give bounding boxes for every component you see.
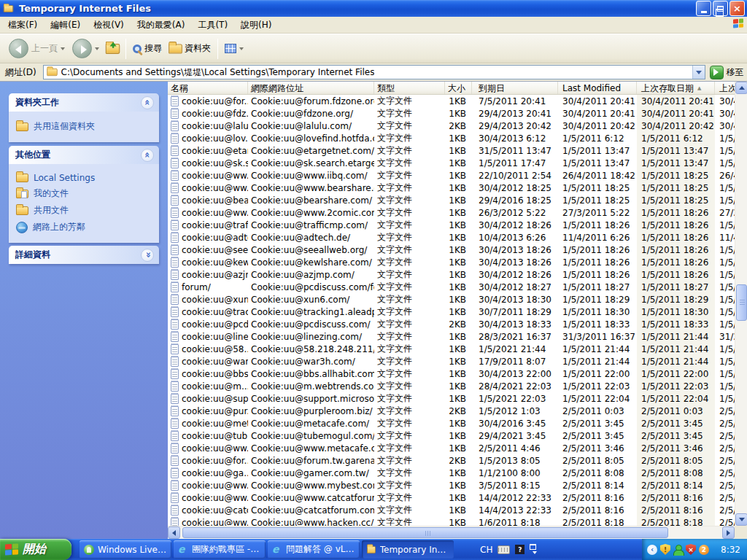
column-header-size[interactable]: 大小 [445, 82, 472, 94]
antivirus-alert-icon[interactable]: × [686, 544, 696, 555]
table-row[interactable]: cookie:uu@bea...Cookie:uu@bearshare.com/… [168, 194, 735, 206]
language-indicator[interactable]: CH [480, 545, 492, 555]
language-bar-options-icon[interactable] [533, 551, 537, 556]
forward-dropdown-icon[interactable] [95, 47, 99, 52]
menu-item-6[interactable]: 說明(H) [234, 17, 278, 34]
place-link[interactable]: 共用文件 [16, 202, 153, 219]
place-link[interactable]: 網路上的芳鄰 [16, 219, 153, 236]
column-header-modified[interactable]: Last Modified [558, 82, 637, 94]
language-bar-restore-icon[interactable] [530, 544, 536, 550]
views-dropdown-icon[interactable] [239, 47, 244, 52]
collapse-chevron-icon[interactable]: ‹ [647, 545, 657, 555]
scroll-left-button[interactable] [168, 526, 180, 539]
column-header-url[interactable]: 網際網路位址 [248, 82, 374, 94]
table-row[interactable]: cookie:uu@laluluCookie:uu@lalulu.com/文字文… [168, 120, 735, 132]
column-header-expires[interactable]: 到期日 [472, 82, 558, 94]
table-row[interactable]: cookie:uu@tub...Cookie:uu@tubemogul.com/… [168, 429, 735, 442]
folders-button[interactable]: 資料夾 [166, 36, 214, 61]
minimize-button[interactable] [696, 1, 711, 16]
menu-item-1[interactable]: 檔案(F) [1, 17, 44, 34]
table-row[interactable]: cookie:uu@ww...Cookie:uu@www.bearshare.c… [168, 182, 735, 194]
horizontal-scroll-thumb[interactable] [182, 527, 668, 538]
table-row[interactable]: cookie:uu@for...Cookie:uu@forum.tw.garen… [168, 454, 735, 467]
messenger-user-icon[interactable] [673, 545, 683, 555]
table-row[interactable]: cookie:uu@war...Cookie:uu@war3h.com/文字文件… [168, 355, 735, 368]
taskbar-task-3[interactable]: e問題解答 @ vLa... [268, 540, 360, 559]
task-link[interactable]: 共用這個資料夾 [16, 118, 153, 135]
other-places-header[interactable]: 其他位置 « [9, 146, 159, 164]
table-row[interactable]: cookie:uu@ga...Cookie:uu@gamer.com.tw/文字… [168, 467, 735, 479]
table-row[interactable]: cookie:uu@pcd...Cookie:uu@pcdiscuss.com/… [168, 318, 735, 330]
table-row[interactable]: cookie:uu@seea...Cookie:uu@seeallweb.org… [168, 244, 735, 256]
table-row[interactable]: cookie:uu@fdz...Cookie:uu@fdzone.org/文字文… [168, 107, 735, 120]
views-button[interactable] [221, 36, 247, 61]
table-row[interactable]: cookie:uu@bbs....Cookie:uu@bbs.allhabit.… [168, 368, 735, 380]
table-row[interactable]: cookie:uu@lov...Cookie:uu@lovefind.hotfd… [168, 132, 735, 144]
column-header-checked[interactable]: 上次 [715, 82, 735, 94]
column-header-name[interactable]: 名稱 [168, 82, 248, 94]
menu-item-2[interactable]: 編輯(E) [44, 17, 87, 34]
column-header-type[interactable]: 類型 [374, 82, 445, 94]
table-row[interactable]: cookie:uu@sk.s...Cookie:uu@sk.search.eta… [168, 157, 735, 169]
table-row[interactable]: cookie:uu@line...Cookie:uu@linezing.com/… [168, 330, 735, 343]
table-row[interactable]: forum/Cookie:uu@pcdiscuss.com/forum/文字文件… [168, 281, 735, 293]
cell-url: Cookie:uu@adtech.de/ [248, 231, 374, 244]
details-header[interactable]: 詳細資料 « [9, 246, 159, 264]
address-input[interactable]: C:\Documents and Settings\堤堤\Local Setti… [43, 65, 705, 79]
collapse-button[interactable]: « [141, 149, 154, 162]
back-dropdown-icon[interactable] [61, 47, 65, 52]
table-row[interactable]: cookie:uu@traf...Cookie:uu@trafficmp.com… [168, 219, 735, 231]
menu-item-4[interactable]: 我的最愛(A) [131, 17, 192, 34]
forward-button[interactable] [69, 36, 103, 61]
place-link[interactable]: 我的文件 [16, 185, 153, 202]
table-row[interactable]: cookie:uu@adte...Cookie:uu@adtech.de/文字文… [168, 231, 735, 244]
search-button[interactable]: 搜尋 [129, 36, 166, 61]
table-row[interactable]: cookie:uu@azjmpCookie:uu@azjmp.com/文字文件1… [168, 268, 735, 281]
table-row[interactable]: cookie:uu@ww...Cookie:uu@www.iibq.com/文字… [168, 169, 735, 182]
task-link-label: 共用這個資料夾 [34, 120, 95, 133]
ime-help-icon[interactable]: ? [515, 545, 525, 554]
table-row[interactable]: cookie:uu@sup...Cookie:uu@support.micros… [168, 392, 735, 405]
menu-item-3[interactable]: 檢視(V) [87, 17, 131, 34]
table-row[interactable]: cookie:uu@m....Cookie:uu@m.webtrends.com… [168, 380, 735, 392]
taskbar-task-1[interactable]: Windows Live Me... [80, 540, 171, 559]
collapse-button[interactable]: « [141, 96, 154, 109]
column-header-accessed[interactable]: 上次存取日期▲ [637, 82, 715, 94]
security-shield-icon[interactable]: ! [660, 544, 670, 555]
table-row[interactable]: cookie:uu@pur...Cookie:uu@purpleroom.biz… [168, 405, 735, 417]
download-manager-icon[interactable]: 2 [699, 545, 709, 555]
close-button[interactable]: × [729, 1, 745, 16]
go-button[interactable]: 移至 [710, 66, 744, 79]
place-link[interactable]: Local Settings [16, 171, 153, 185]
table-row[interactable]: cookie:uu@catc...Cookie:uu@catcatforum.c… [168, 504, 735, 516]
up-button[interactable] [103, 36, 123, 61]
back-button[interactable]: 上一頁 [5, 36, 69, 61]
table-row[interactable]: cookie:uu@ww...Cookie:uu@www.metacafe.co… [168, 442, 735, 454]
table-row[interactable]: cookie:uu@for...Cookie:uu@forum.fdzone.o… [168, 95, 735, 107]
keyboard-icon[interactable] [498, 545, 510, 554]
table-row[interactable]: cookie:uu@trac...Cookie:uu@tracking1.ale… [168, 306, 735, 318]
expand-button[interactable]: « [141, 249, 154, 262]
menu-item-5[interactable]: 工具(T) [191, 17, 234, 34]
table-row[interactable]: cookie:uu@xun6Cookie:uu@xun6.com/文字文件1KB… [168, 293, 735, 306]
scroll-down-button[interactable] [735, 513, 747, 526]
vertical-scroll-thumb[interactable] [736, 284, 747, 321]
taskbar-task-4[interactable]: Temporary Interne... [362, 540, 454, 559]
start-button[interactable]: 開始 [0, 539, 71, 560]
table-row[interactable]: cookie:uu@ww...Cookie:uu@www.hacken.cc/文… [168, 516, 735, 526]
table-row[interactable]: cookie:uu@met...Cookie:uu@metacafe.com/文… [168, 417, 735, 429]
table-row[interactable]: cookie:uu@ww...Cookie:uu@www.2comic.com/… [168, 206, 735, 219]
table-row[interactable]: cookie:uu@ww...Cookie:uu@www.catcatforum… [168, 491, 735, 504]
table-row[interactable]: cookie:uu@etar...Cookie:uu@etargetnet.co… [168, 144, 735, 157]
table-row[interactable]: cookie:uu@kew...Cookie:uu@kewlshare.com/… [168, 256, 735, 268]
folder-tasks-header[interactable]: 資料夾工作 « [9, 93, 159, 112]
taskbar-task-2[interactable]: e團隊約戰專區 - I... [174, 540, 266, 559]
table-row[interactable]: cookie:uu@ww...Cookie:uu@www.mybest.com.… [168, 479, 735, 491]
restore-button[interactable] [713, 1, 728, 16]
scroll-right-button[interactable] [722, 526, 735, 539]
horizontal-scrollbar[interactable] [168, 526, 735, 539]
address-dropdown-button[interactable] [692, 66, 705, 79]
vertical-scrollbar[interactable] [735, 82, 747, 526]
table-row[interactable]: cookie:uu@58....Cookie:uu@58.218.248.211… [168, 343, 735, 355]
scroll-up-button[interactable] [735, 82, 747, 94]
